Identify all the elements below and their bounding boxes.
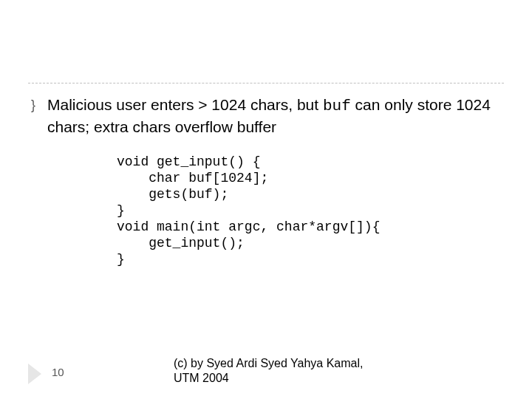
body-area: } Malicious user enters > 1024 chars, bu… <box>31 95 501 137</box>
bullet-text: Malicious user enters > 1024 chars, but … <box>47 95 501 137</box>
bullet-item: } Malicious user enters > 1024 chars, bu… <box>31 95 501 137</box>
page-marker-icon <box>28 364 41 384</box>
bullet-code-word: buf <box>323 98 351 115</box>
copyright-text: (c) by Syed Ardi Syed Yahya Kamal, UTM 2… <box>174 356 381 386</box>
code-block: void get_input() { char buf[1024]; gets(… <box>117 154 380 267</box>
slide: } Malicious user enters > 1024 chars, bu… <box>0 0 532 399</box>
header-divider <box>28 83 504 83</box>
bullet-marker-icon: } <box>31 95 47 115</box>
bullet-text-before: Malicious user enters > 1024 chars, but <box>47 96 323 113</box>
page-number: 10 <box>52 366 64 378</box>
